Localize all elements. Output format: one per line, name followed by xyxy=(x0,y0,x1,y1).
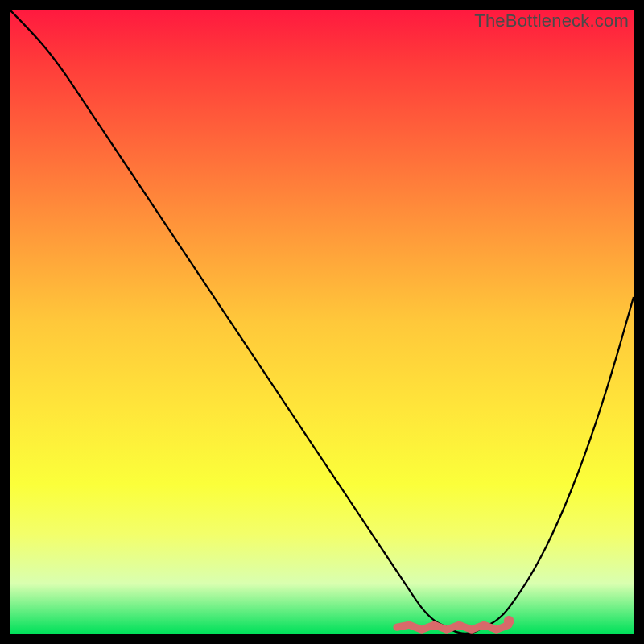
curve-path xyxy=(10,10,634,634)
bottleneck-curve xyxy=(10,10,634,634)
chart-plot-area: TheBottleneck.com xyxy=(10,10,634,634)
